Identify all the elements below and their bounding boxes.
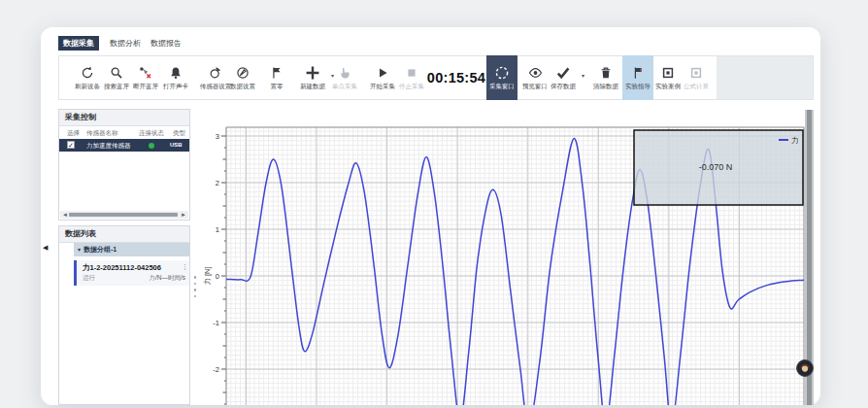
y-tick-label: 3 [216,132,219,141]
refresh-device-label: 刷新设备 [75,83,100,91]
search-icon [110,64,123,81]
sensor-name: 力加速度传感器 [86,139,131,152]
kebab-menu-icon[interactable]: ⋮ [182,263,188,271]
data-settings-icon [236,64,250,81]
play-icon [376,64,389,81]
toolbar-filler [717,56,813,99]
preview-window-label: 预览窗口 [522,83,548,91]
eye-icon [528,64,543,81]
collect-window-label: 采集窗口 [489,83,515,91]
sensor-checkbox[interactable]: ✓ [67,141,75,149]
clear-data-label: 清除数据 [593,83,618,91]
col-status: 连接状态 [139,126,164,139]
sensor-row[interactable]: ✓ 力加速度传感器 USB [59,139,189,152]
check-icon [556,64,570,81]
data-settings-label: 数据设置 [230,83,255,91]
disconnect-bluetooth-label: 断开蓝牙 [133,83,158,91]
formula-calc-button: 公式计算 [679,55,714,100]
scroll-right-icon[interactable]: ► [181,211,186,219]
trash-icon [599,64,613,81]
status-dot [149,143,154,149]
dropdown-caret-icon[interactable]: ▾ [582,72,584,79]
data-item-name: 力1-2-20251112-042506 [83,263,161,273]
save-data-button[interactable]: 保存数据▾ [546,55,581,100]
screenshot-root: { "colors":{"navy":"#2e3b54","primary_bu… [0,0,868,408]
new-data-button[interactable]: 新建数据▾ [295,55,330,100]
refresh-icon [81,64,94,81]
experiment-case-label: 实验案例 [655,83,681,91]
set-zero-button[interactable]: 置零 [259,55,294,100]
col-type: 类型 [173,126,185,139]
y-tick-label: 2 [216,179,219,187]
chevron-down-icon: ▾ [74,247,83,253]
data-list-item[interactable]: 力1-2-20251112-042506 ⋮ 运行 力/N—时间/s [74,260,189,286]
save-data-label: 保存数据 [551,83,576,91]
data-group-label: 数据分组-1 [83,246,117,253]
formula-calc-label: 公式计算 [684,83,709,91]
data-item-status: 运行 [83,274,95,283]
sensor-settings-icon [209,64,222,81]
collection-timer: 00:15:54 [427,55,485,100]
legend-label: 力 [791,136,799,145]
experiment-guide-button[interactable]: 实验指导 [622,55,653,100]
data-item-axes: 力/N—时间/s [149,274,185,283]
data-list-title: 数据列表 [59,226,189,243]
single-point-button: 单点采集 [327,55,362,100]
data-group-header[interactable]: ▾数据分组-1 [74,243,189,256]
assistant-avatar-button[interactable] [796,359,814,377]
open-soundcard-button[interactable]: 打开声卡 [158,55,193,100]
sensor-type: USB [170,139,183,152]
collection-control-title: 采集控制 [59,110,189,126]
y-tick-label: -2 [213,365,219,374]
data-list-panel: 数据列表 ▾数据分组-1 力1-2-20251112-042506 ⋮ 运行 力… [58,225,190,405]
tab-data-collection[interactable]: 数据采集 [58,36,99,51]
single-point-label: 单点采集 [332,83,357,91]
person-avatar-icon [796,359,814,377]
search-bluetooth-label: 搜索蓝牙 [104,83,129,91]
hscrollbar-thumb[interactable] [69,213,178,217]
col-sensor-name: 传感器名称 [86,126,118,139]
stop-collect-button: 停止采集 [394,55,429,100]
y-tick-label: 0 [216,272,219,281]
flag-icon [270,64,284,81]
collection-control-panel: 采集控制 选择 传感器名称 连接状态 类型 ✓ 力加速度传感器 USB ◄ ► [58,109,190,221]
y-axis-title: 力 [N] [203,266,212,285]
y-tick-label: -1 [213,319,219,327]
dashed-circle-icon [494,64,510,81]
start-collect-label: 开始采集 [370,83,395,91]
hand-icon [338,64,351,81]
sensor-table-hscrollbar[interactable]: ◄ ► [60,211,188,219]
open-soundcard-label: 打开声卡 [163,83,188,91]
clear-data-button[interactable]: 清除数据 [588,55,623,100]
splitter-handle[interactable] [192,276,198,297]
tab-data-report[interactable]: 数据报告 [146,36,186,51]
stop-collect-label: 停止采集 [399,83,424,91]
new-data-label: 新建数据 [300,83,325,91]
collect-window-button[interactable]: 采集窗口 [486,55,517,100]
sidebar-collapse-arrow[interactable]: ◀ [43,244,48,252]
bluetooth-disconnect-icon [139,64,152,81]
col-select: 选择 [67,126,80,139]
tab-data-analysis[interactable]: 数据分析 [105,36,146,51]
case-icon [661,64,675,81]
chart-plot: 3210-1-2力 [N]-0.070 N力 [202,100,814,405]
data-settings-button[interactable]: 数据设置 [225,55,260,100]
stop-icon [405,64,418,81]
cursor-value-annotation: -0.070 N [699,162,733,172]
set-zero-label: 置零 [271,83,284,91]
formula-icon [689,64,703,81]
plus-icon [305,64,320,81]
scroll-left-icon[interactable]: ◄ [62,211,68,219]
experiment-guide-label: 实验指导 [625,83,651,91]
bell-icon [169,64,183,81]
y-tick-label: 1 [216,225,219,234]
guide-icon [631,64,645,81]
sensor-table: 选择 传感器名称 连接状态 类型 ✓ 力加速度传感器 USB [59,126,189,152]
